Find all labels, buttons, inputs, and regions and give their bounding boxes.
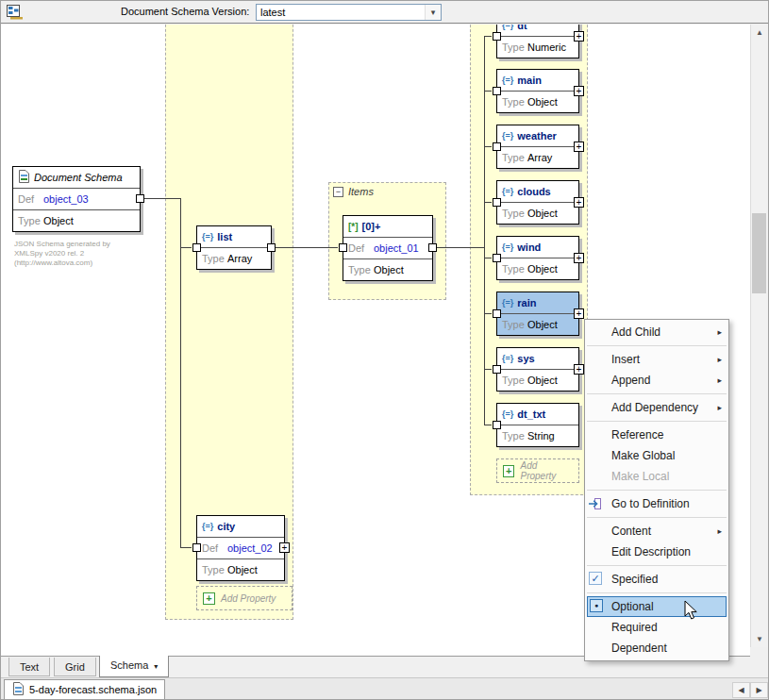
context-menu: Add Child▸ Insert▸ Append▸ Add Dependenc… — [584, 319, 729, 661]
submenu-arrow-icon: ▸ — [717, 403, 722, 412]
menu-item-add-child[interactable]: Add Child▸ — [585, 322, 728, 342]
connector-handle[interactable] — [267, 243, 276, 252]
tab-schema-active[interactable]: Schema▾ — [99, 656, 169, 677]
type-label: Type — [502, 263, 527, 275]
node-name: main — [517, 75, 542, 86]
type-label: Type — [18, 215, 43, 226]
mouse-cursor — [684, 601, 701, 625]
menu-item-optional-highlighted[interactable]: ● Optional — [587, 596, 727, 617]
menu-item-required[interactable]: Required — [585, 617, 728, 638]
def-value: object_03 — [43, 193, 89, 205]
type-value: Object — [227, 564, 258, 575]
menu-separator — [587, 592, 727, 593]
schema-node-wind[interactable]: {=}wind TypeObject + — [496, 236, 579, 280]
menu-item-content[interactable]: Content▸ — [585, 521, 728, 542]
menu-separator — [587, 565, 727, 566]
connector-line — [180, 247, 192, 248]
file-tab-active[interactable]: 5-day-forecast.schema.json — [4, 679, 165, 700]
menu-item-make-global[interactable]: Make Global — [585, 445, 728, 466]
schema-node-sys[interactable]: {=}sys TypeObject + — [496, 347, 579, 392]
tab-dropdown-icon[interactable]: ▾ — [154, 662, 158, 671]
add-property-button[interactable]: + Add Property — [496, 458, 579, 483]
menu-item-insert[interactable]: Insert▸ — [585, 349, 728, 370]
submenu-arrow-icon: ▸ — [717, 375, 722, 385]
tab-grid[interactable]: Grid — [54, 658, 96, 676]
tab-text[interactable]: Text — [8, 658, 50, 676]
expand-icon[interactable]: + — [574, 86, 584, 96]
type-value: Object — [527, 375, 558, 386]
schema-node-clouds[interactable]: {=}clouds TypeObject + — [496, 180, 579, 225]
type-label: Type — [502, 375, 527, 386]
scroll-right-icon[interactable]: ▶ — [750, 682, 768, 698]
vertical-scrollbar[interactable]: ▲ ▼ — [750, 25, 767, 647]
menu-item-reference[interactable]: Reference — [585, 425, 728, 445]
scroll-up-icon[interactable]: ▲ — [751, 25, 768, 41]
type-label: Type — [502, 152, 527, 163]
schema-node-main[interactable]: {=}main TypeObject + — [496, 69, 579, 113]
type-label: Type — [202, 253, 227, 264]
connector-line — [484, 202, 492, 203]
items-label: Items — [348, 186, 374, 197]
connector-handle — [493, 421, 501, 429]
connector-line — [144, 198, 180, 199]
schema-node-dt[interactable]: {=}dt TypeNumeric + — [496, 25, 579, 58]
menu-item-append[interactable]: Append▸ — [585, 370, 728, 391]
connector-handle[interactable] — [136, 194, 144, 203]
connector-line — [484, 369, 492, 370]
scroll-left-icon[interactable]: ◀ — [732, 682, 750, 698]
connector-handle — [339, 243, 347, 252]
connector-line — [484, 36, 485, 425]
def-value: object_01 — [374, 242, 419, 254]
submenu-arrow-icon: ▸ — [717, 327, 722, 337]
connector-handle[interactable] — [428, 243, 437, 252]
schema-node-rain-selected[interactable]: {=}rain TypeObject + — [496, 292, 579, 336]
type-label: Type — [348, 264, 374, 275]
expand-icon[interactable]: + — [574, 308, 584, 319]
object-property-icon: {=} — [502, 75, 513, 85]
schema-node-weather[interactable]: {=}weather TypeArray + — [496, 125, 579, 169]
object-property-icon: {=} — [502, 298, 513, 308]
connector-handle — [192, 543, 201, 552]
node-name: city — [217, 521, 235, 532]
schema-node-city[interactable]: {=} city Def object_02 Type Object + — [196, 515, 285, 581]
type-label: Type — [502, 208, 527, 219]
object-property-icon: {=} — [502, 242, 513, 252]
schema-node-array-item[interactable]: [*] [0]+ Def object_01 Type Object — [343, 215, 433, 281]
type-value: String — [527, 430, 555, 442]
expand-icon[interactable]: + — [574, 253, 584, 263]
menu-separator — [587, 517, 727, 518]
array-item-icon: [*] — [348, 222, 359, 232]
menu-item-go-to-definition[interactable]: Go to Definition — [585, 493, 728, 514]
menu-item-edit-description[interactable]: Edit Description — [585, 542, 728, 562]
node-name: wind — [517, 242, 541, 253]
node-name: weather — [517, 130, 557, 142]
collapse-icon[interactable]: − — [333, 187, 343, 197]
menu-item-specified[interactable]: ✓ Specified — [585, 569, 728, 590]
schema-settings-icon[interactable] — [7, 5, 24, 20]
schema-version-dropdown[interactable]: latest ▾ — [256, 4, 442, 21]
connector-handle — [493, 32, 501, 41]
connector-line — [484, 36, 492, 37]
connector-line — [484, 91, 492, 92]
schema-node-list[interactable]: {=} list Type Array — [196, 225, 272, 270]
connector-line — [484, 425, 492, 425]
scroll-down-icon[interactable]: ▼ — [751, 631, 768, 647]
type-label: Type — [202, 564, 227, 575]
expand-icon[interactable]: + — [574, 197, 584, 208]
scrollbar-thumb[interactable] — [752, 213, 766, 293]
menu-item-add-dependency[interactable]: Add Dependency▸ — [585, 397, 728, 418]
connector-line — [437, 247, 484, 248]
menu-item-dependent[interactable]: Dependent — [585, 638, 728, 658]
expand-icon[interactable]: + — [279, 542, 290, 553]
def-value: object_02 — [227, 542, 273, 554]
def-label: Def — [18, 193, 43, 205]
schema-version-label: Document Schema Version: — [121, 6, 249, 17]
add-property-button[interactable]: + Add Property — [196, 586, 293, 610]
schema-node-dt-txt[interactable]: {=}dt_txt TypeString — [496, 403, 579, 447]
document-schema-node[interactable]: Document Schema Def object_03 Type Objec… — [12, 166, 141, 232]
go-to-definition-icon — [589, 497, 602, 510]
expand-icon[interactable]: + — [574, 364, 584, 375]
expand-icon[interactable]: + — [574, 142, 584, 152]
object-property-icon: {=} — [202, 232, 213, 242]
expand-icon[interactable]: + — [574, 31, 584, 42]
